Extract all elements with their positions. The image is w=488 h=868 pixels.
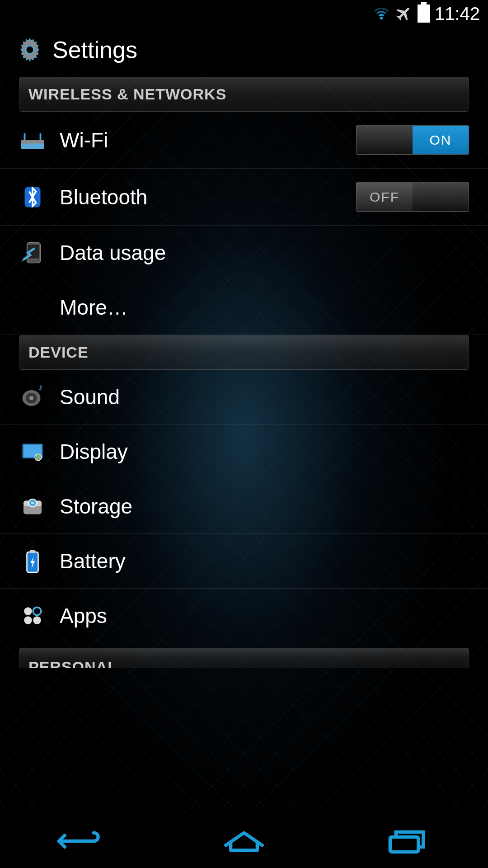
battery-label: Battery xyxy=(60,549,469,573)
display-icon xyxy=(19,438,46,465)
bluetooth-label: Bluetooth xyxy=(60,185,356,209)
apps-label: Apps xyxy=(60,604,469,628)
settings-item-data-usage[interactable]: Data usage xyxy=(0,226,488,280)
page-title: Settings xyxy=(52,36,137,63)
section-header-personal: PERSONAL xyxy=(19,648,469,668)
status-time: 11:42 xyxy=(435,4,480,24)
back-button[interactable] xyxy=(52,826,111,857)
svg-point-0 xyxy=(380,17,383,20)
settings-scroll[interactable]: WIRELESS & NETWORKS Wi-Fi ON xyxy=(0,77,488,814)
battery-item-icon xyxy=(19,547,46,575)
section-header-device: DEVICE xyxy=(19,335,469,370)
storage-label: Storage xyxy=(60,494,469,519)
status-bar: 11:42 xyxy=(0,0,488,27)
wifi-icon xyxy=(372,5,390,23)
settings-item-wifi[interactable]: Wi-Fi ON xyxy=(0,112,488,169)
battery-icon xyxy=(418,5,430,23)
bluetooth-toggle[interactable]: OFF xyxy=(356,182,469,212)
settings-item-storage[interactable]: Storage xyxy=(0,479,488,534)
svg-point-1 xyxy=(26,46,34,54)
nav-bar xyxy=(0,814,488,868)
airplane-icon xyxy=(395,5,413,23)
apps-icon xyxy=(19,602,46,629)
router-icon xyxy=(19,127,46,154)
wifi-toggle[interactable]: ON xyxy=(356,125,469,155)
recent-apps-button[interactable] xyxy=(377,826,436,857)
svg-rect-22 xyxy=(30,550,35,553)
settings-item-display[interactable]: Display xyxy=(0,425,488,479)
data-usage-icon xyxy=(19,239,46,266)
settings-item-battery[interactable]: Battery xyxy=(0,534,488,589)
app-header: Settings xyxy=(0,27,488,77)
svg-point-12 xyxy=(29,396,34,400)
settings-item-apps[interactable]: Apps xyxy=(0,589,488,643)
sound-icon: ♪ xyxy=(19,383,46,410)
settings-item-sound[interactable]: ♪ Sound xyxy=(0,370,488,425)
svg-point-25 xyxy=(33,607,41,615)
display-label: Display xyxy=(60,439,469,464)
svg-rect-28 xyxy=(390,837,418,852)
settings-gear-icon xyxy=(16,36,43,63)
wifi-label: Wi-Fi xyxy=(60,128,356,152)
svg-rect-3 xyxy=(21,140,44,144)
more-label: More… xyxy=(60,295,469,320)
home-button[interactable] xyxy=(215,826,273,857)
bluetooth-icon xyxy=(19,184,46,211)
data-usage-label: Data usage xyxy=(60,241,469,265)
svg-point-27 xyxy=(33,616,41,624)
storage-icon xyxy=(19,493,46,520)
svg-point-24 xyxy=(24,607,32,615)
settings-item-more[interactable]: More… xyxy=(0,280,488,335)
svg-text:♪: ♪ xyxy=(38,383,43,392)
settings-item-bluetooth[interactable]: Bluetooth OFF xyxy=(0,169,488,226)
section-header-wireless: WIRELESS & NETWORKS xyxy=(19,77,469,112)
svg-point-16 xyxy=(35,454,42,461)
svg-point-26 xyxy=(24,616,32,624)
sound-label: Sound xyxy=(60,385,469,409)
svg-point-20 xyxy=(31,502,34,504)
